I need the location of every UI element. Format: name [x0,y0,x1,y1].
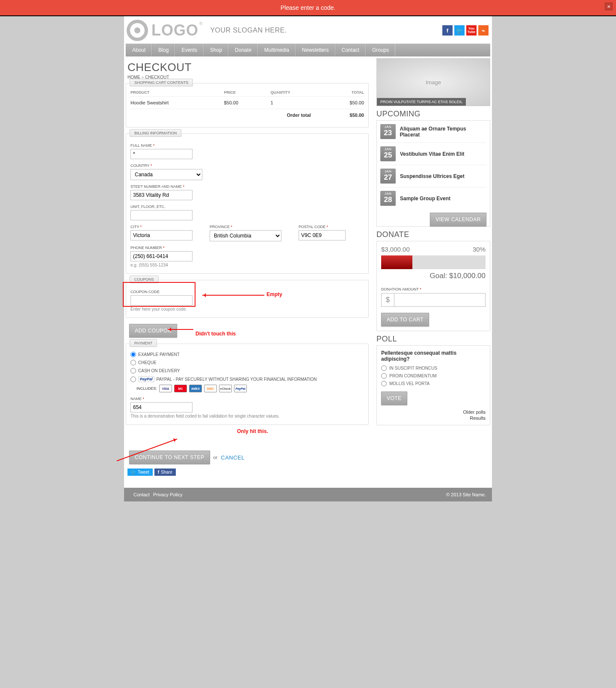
cancel-link[interactable]: CANCEL [221,454,245,461]
city-label: CITY * [130,225,192,229]
events-list: JAN23 Aliquam ae Ornare Tempus Placerat … [376,120,490,227]
nav-multimedia[interactable]: Multimedia [258,44,296,56]
poll-option[interactable]: MOLLIS VEL PORTA [381,381,486,386]
province-select[interactable]: British Columbia [210,230,281,241]
event-date: JAN23 [380,124,396,139]
street-input[interactable] [130,190,192,200]
name-input[interactable] [130,402,192,412]
coupon-hint: Enter here your coupon code. [130,307,364,311]
payment-opt-cod[interactable]: CASH ON DELIVERY [130,368,364,374]
payment-opt-cheque[interactable]: CHEQUE [130,360,364,365]
twitter-icon[interactable]: 🐦 [454,25,465,36]
poll-question: Pellentesque consequat mattis adipiscing… [381,350,486,362]
annotation-didnt-touch: Didn't touch this [195,331,236,337]
alert-text: Please enter a code. [281,4,335,11]
col-total: TOTAL [317,90,364,95]
col-qty: QUANTITY [271,90,317,95]
coupons-section: COUPONS COUPON CODE Enter here your coup… [126,280,369,318]
older-polls-link[interactable]: Older polls [463,409,486,415]
paypal-icon: PayPal [138,376,154,382]
footer-privacy[interactable]: Privacy Policy [153,492,182,497]
main-content: CHECKOUT HOME » CHECKOUT SHOPPING CART C… [126,58,369,483]
donation-amount-label: DONATION AMOUNT * [381,287,486,291]
logo-icon [127,20,148,41]
header: LOGO ® YOUR SLOGAN HERE. f 🐦 YouTube ⌁ [124,16,492,44]
event-date: JAN25 [380,146,396,161]
donate-title: DONATE [376,230,490,239]
youtube-icon[interactable]: YouTube [466,25,477,36]
logo-registered: ® [199,21,202,26]
payment-opt-paypal[interactable]: PayPalPAYPAL - PAY SECURELY WITHOUT SHAR… [130,376,364,382]
continue-button[interactable]: CONTINUE TO NEXT STEP [129,451,210,464]
add-to-cart-button[interactable]: ADD TO CART [381,313,429,326]
cart-row: Hoodie Sweatshirt $50.00 1 $50.00 [130,96,364,109]
main-nav: About Blog Events Shop Donate Multimedia… [126,44,490,56]
nav-contact[interactable]: Contact [335,44,366,56]
order-total-label: Order total [130,113,328,118]
poll-title: POLL [376,335,490,344]
actions-row: CONTINUE TO NEXT STEP or CANCEL [129,451,369,464]
facebook-small-icon: f [158,470,159,474]
coupon-input[interactable] [130,295,192,305]
donation-amount-input-group: $ [381,293,486,307]
billing-legend: BILLING INFORMATION [130,129,181,137]
phone-label: PHONE NUMBER * [130,246,364,250]
country-select[interactable]: Canada [130,169,202,180]
postal-input[interactable] [299,230,346,240]
payment-opt-example[interactable]: EXAMPLE PAYMENT [130,352,364,357]
fullname-input[interactable] [130,149,192,159]
includes-row: INCLUDES: VISA MC AMEX DISC eCheck PayPa… [136,385,364,392]
alert-bar: Please enter a code. ✕ [0,0,616,16]
event-item[interactable]: JAN23 Aliquam ae Ornare Tempus Placerat [380,121,486,143]
footer: Contact Privacy Policy © 2013 Site Name. [124,488,492,501]
logo[interactable]: LOGO ® [127,20,202,41]
logo-text: LOGO [151,21,198,39]
nav-shop[interactable]: Shop [204,44,228,56]
annotation-only-hit: Only hit this. [237,428,268,434]
paypal-cc-icon: PayPal [234,385,247,392]
payment-legend: PAYMENT [130,339,157,347]
city-input[interactable] [130,230,192,240]
add-coupon-button[interactable]: ADD COUPON [129,324,177,338]
province-label: PROVINCE * [210,225,281,229]
payment-section: PAYMENT EXAMPLE PAYMENT CHEQUE CASH ON D… [126,344,369,425]
view-calendar-button[interactable]: VIEW CALENDAR [430,213,486,226]
close-icon[interactable]: ✕ [605,3,613,10]
tweet-button[interactable]: 🐦Tweet [127,469,153,476]
col-product: PRODUCT [130,90,224,95]
visa-icon: VISA [159,385,172,392]
footer-copyright: © 2013 Site Name. [446,492,486,497]
hero-image[interactable]: Image PROIN VULPUTATE TURPIS AC ETAS SOL… [376,58,490,106]
donation-amount-input[interactable] [394,293,486,307]
donate-percent: 30% [473,246,486,253]
coupons-legend: COUPONS [130,276,159,283]
event-item[interactable]: JAN27 Suspendisse Ultrices Eget [380,165,486,187]
unit-input[interactable] [130,210,192,220]
nav-donate[interactable]: Donate [228,44,258,56]
rss-icon[interactable]: ⌁ [478,25,489,36]
nav-about[interactable]: About [126,44,152,56]
order-total-value: $50.00 [328,113,364,118]
nav-blog[interactable]: Blog [152,44,175,56]
share-row: 🐦Tweet fShare [127,469,369,476]
poll-panel: Pellentesque consequat mattis adipiscing… [376,345,490,425]
phone-input[interactable] [130,251,192,261]
nav-newsletters[interactable]: Newsletters [296,44,335,56]
share-button[interactable]: fShare [154,469,176,476]
poll-option[interactable]: IN SUSCIPIT RHONCUS [381,365,486,371]
footer-contact[interactable]: Contact [133,492,150,497]
nav-groups[interactable]: Groups [366,44,395,56]
event-item[interactable]: JAN28 Sample Group Event [380,187,486,209]
event-item[interactable]: JAN25 Vestibulum Vitae Enim Elit [380,143,486,165]
vote-button[interactable]: VOTE [381,391,407,405]
facebook-icon[interactable]: f [442,25,453,36]
poll-option[interactable]: PROIN CONDIMENTUM [381,373,486,379]
poll-results-link[interactable]: Results [470,415,486,421]
donate-goal: Goal: $10,000.00 [381,272,486,280]
donate-progress [381,255,412,269]
nav-events[interactable]: Events [175,44,204,56]
cart-legend: SHOPPING CART CONTENTS [130,79,193,86]
donate-bar [381,255,486,269]
twitter-small-icon: 🐦 [131,470,136,474]
country-label: COUNTRY * [130,163,364,168]
